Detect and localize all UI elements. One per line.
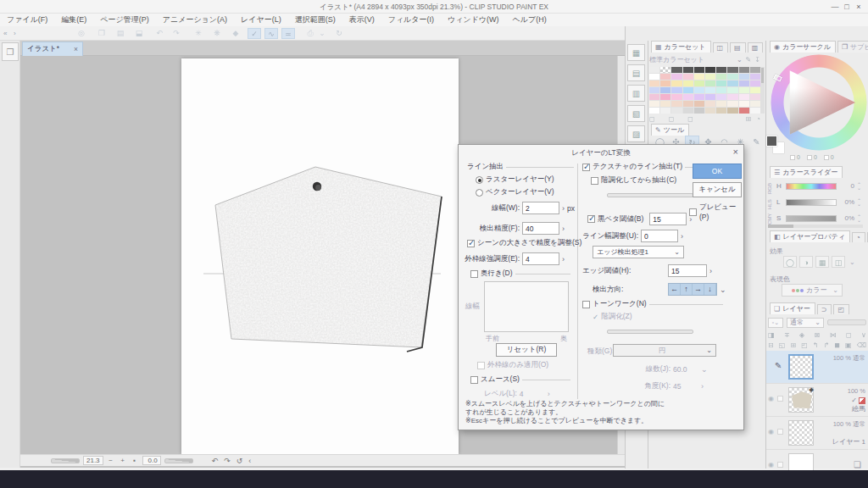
zoom-in-button[interactable]: + xyxy=(119,457,127,464)
layer-checkbox[interactable] xyxy=(777,396,783,402)
reset-button[interactable]: リセット(R) xyxy=(496,343,557,357)
tab-colorset-extra3[interactable]: ▥ xyxy=(748,42,764,53)
layer-row-1[interactable]: ✎100 % 通常 xyxy=(766,351,868,384)
color-swatch-11[interactable] xyxy=(649,74,659,80)
color-swatch-3[interactable] xyxy=(671,67,682,73)
layer-extra1[interactable]: ⊃ xyxy=(817,304,832,314)
depth-checkbox-icon[interactable] xyxy=(470,270,478,278)
radio-on-icon[interactable] xyxy=(476,176,483,184)
color-swatch-56[interactable] xyxy=(705,101,715,107)
colorset-dropdown-arrow-icon[interactable]: ⌄ xyxy=(737,56,743,64)
color-swatch-64[interactable] xyxy=(683,108,693,114)
color-swatch-37[interactable] xyxy=(716,87,726,93)
color-swatch-28[interactable] xyxy=(727,80,737,86)
color-swatch-60[interactable] xyxy=(750,101,760,107)
preview-checkbox-icon[interactable] xyxy=(689,208,697,216)
direction-arrow-2-icon[interactable]: ↑ xyxy=(681,284,693,295)
command-icon-3[interactable]: ▤ xyxy=(114,28,127,39)
tab-color-circle[interactable]: ◉ カラーサークル xyxy=(770,41,836,53)
collapse-left-icon[interactable]: « xyxy=(3,30,7,37)
effect-icon-3[interactable]: ▦ xyxy=(815,256,829,268)
line-width-input[interactable]: 2 xyxy=(522,202,559,214)
slider-mode-tab-rgb[interactable]: RGB xyxy=(767,177,772,194)
command-icon-11[interactable]: ∿ xyxy=(264,28,278,39)
color-swatch-23[interactable] xyxy=(671,80,682,86)
raster-layer-radio[interactable]: ラスターレイヤー(Y) xyxy=(476,175,554,185)
color-swatch-16[interactable] xyxy=(705,74,715,80)
layer-extra2[interactable]: ◰ xyxy=(833,304,849,314)
radio-off-icon[interactable] xyxy=(476,189,483,197)
colorset-footer-icon-3[interactable]: ◻ xyxy=(687,115,693,123)
layer-row-3[interactable]: ◉100 % 通常レイヤー 1 xyxy=(766,417,868,450)
main-color-chip[interactable] xyxy=(766,136,777,147)
color-swatch-47[interactable] xyxy=(716,94,726,100)
color-swatch-59[interactable] xyxy=(739,101,749,107)
tone-first-checkbox[interactable]: 階調化してから抽出(C) xyxy=(591,175,676,186)
color-swatch-2[interactable] xyxy=(660,67,670,73)
preview-checkbox[interactable]: プレビュー(P) xyxy=(689,202,743,221)
tab-colorset-extra2[interactable]: ▤ xyxy=(730,42,746,53)
tonework-checkbox-icon[interactable] xyxy=(582,301,590,308)
layer-filter-dropdown[interactable]: ▫⌄ xyxy=(768,318,783,328)
color-swatch-20[interactable] xyxy=(750,74,760,80)
texture-extract-checkbox-icon[interactable]: ✓ xyxy=(582,164,590,171)
layer-tool1-icon-4[interactable]: ⊠ xyxy=(815,331,821,339)
color-swatch-26[interactable] xyxy=(705,80,715,86)
menu-1[interactable]: ファイル(F) xyxy=(0,14,54,26)
outline-strength-input[interactable]: 4 xyxy=(522,252,559,265)
smooth-checkbox[interactable]: スムース(S) xyxy=(470,374,570,385)
expand-icon[interactable]: › xyxy=(14,30,16,37)
color-swatch-53[interactable] xyxy=(671,101,682,107)
color-swatch-4[interactable] xyxy=(683,67,693,73)
command-icon-15[interactable]: ↻ xyxy=(332,28,346,39)
material-folder-icon-3[interactable]: ▥ xyxy=(627,85,645,102)
canvas-rotate-icon-4[interactable]: ‹ xyxy=(248,457,251,465)
black-threshold-input[interactable]: 15 xyxy=(649,213,687,225)
depth-checkbox[interactable]: 奥行き(D) xyxy=(470,269,570,279)
direction-arrow-4-icon[interactable]: ↓ xyxy=(704,284,716,295)
effect-icon-4[interactable]: ◫ xyxy=(832,256,845,268)
color-swatch-40[interactable] xyxy=(750,87,760,93)
color-swatch-18[interactable] xyxy=(727,74,737,80)
canvas-page[interactable] xyxy=(181,58,459,454)
colorset-footer-icon-2[interactable]: ◻ xyxy=(669,115,675,123)
expression-color-dropdown[interactable]: カラー ⌄ xyxy=(782,284,843,297)
color-swatch-24[interactable] xyxy=(683,80,693,86)
color-swatch-12[interactable] xyxy=(660,74,670,80)
layer-thumbnail[interactable] xyxy=(788,420,814,446)
layer-tool2-icon-6[interactable]: ↱ xyxy=(824,341,830,349)
line-width-adjust-input[interactable]: 0 xyxy=(641,230,678,242)
material-folder-icon-5[interactable]: ▨ xyxy=(627,125,645,142)
layerprop-extra1[interactable]: ◔ xyxy=(852,232,865,242)
tab-tool[interactable]: ✎ ツール xyxy=(651,124,689,136)
vector-layer-radio[interactable]: ベクターレイヤー(V) xyxy=(476,187,554,197)
direction-arrow-3-icon[interactable]: → xyxy=(693,284,704,295)
slider-stepper[interactable]: ⌃⌄ xyxy=(857,215,861,222)
material-folder-icon-1[interactable]: ▦ xyxy=(627,44,645,61)
colorset-footer-icon-1[interactable]: ◻ xyxy=(649,115,655,123)
color-swatch-21[interactable] xyxy=(649,80,659,86)
layer-tool1-icon-5[interactable]: ⋈ xyxy=(830,331,837,339)
colorslider-scrollbar[interactable] xyxy=(768,225,863,228)
menu-9[interactable]: ウィンドウ(W) xyxy=(441,14,506,26)
canvas-rotate-icon-1[interactable]: ↶ xyxy=(212,457,219,465)
colorset-dropdown[interactable]: 標準カラーセット xyxy=(649,55,733,64)
color-swatch-62[interactable] xyxy=(660,108,670,114)
layer-checkbox[interactable] xyxy=(777,429,783,435)
slider-track[interactable] xyxy=(786,183,837,190)
color-swatch-46[interactable] xyxy=(705,94,715,100)
outline-strength-spinner-icon[interactable]: › xyxy=(562,255,565,263)
color-swatch-39[interactable] xyxy=(739,87,749,93)
color-swatch-19[interactable] xyxy=(739,74,749,80)
direction-arrow-buttons[interactable]: ←↑→↓ xyxy=(668,283,717,296)
canvas-rotate-icon-2[interactable]: ↷ xyxy=(224,457,231,465)
colorset-action-icon-2[interactable]: ◔ xyxy=(756,115,760,123)
smooth-checkbox-icon[interactable] xyxy=(470,376,478,384)
command-icon-5[interactable]: ↶ xyxy=(153,28,166,39)
depth-curve-box[interactable] xyxy=(484,281,569,332)
command-icon-9[interactable]: ◆ xyxy=(229,28,242,39)
color-swatch-66[interactable] xyxy=(705,108,715,114)
black-threshold-checkbox-icon[interactable]: ✓ xyxy=(587,215,595,223)
blend-mode-dropdown[interactable]: 通常⌄ xyxy=(787,318,824,328)
colorset-action-icon-1[interactable]: ⊞ xyxy=(745,115,751,123)
